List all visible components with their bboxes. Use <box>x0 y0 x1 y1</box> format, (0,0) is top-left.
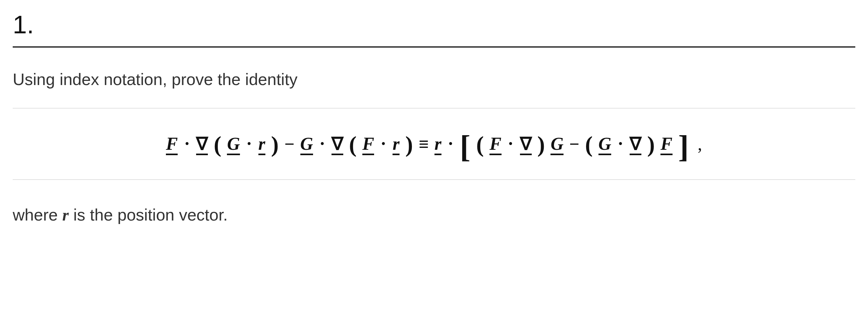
nabla: ∇ <box>630 133 641 154</box>
nabla: ∇ <box>332 133 343 154</box>
dot-operator: · <box>380 133 387 153</box>
open-paren: ( <box>349 131 356 158</box>
vector-F: F <box>660 134 672 154</box>
vector-F: F <box>490 134 501 154</box>
dot-operator: · <box>183 133 190 153</box>
dot-operator: · <box>319 133 326 153</box>
vector-G: G <box>598 134 611 154</box>
vector-r: r <box>393 134 400 154</box>
open-paren: ( <box>585 131 593 158</box>
vector-G: G <box>551 134 563 154</box>
trailer-pre: where <box>13 206 62 224</box>
vector-G: G <box>300 134 313 154</box>
vector-r-inline: r <box>62 206 69 224</box>
vector-G: G <box>227 134 240 154</box>
open-paren: ( <box>476 131 484 158</box>
problem-prompt: Using index notation, prove the identity <box>13 70 855 89</box>
equation-block: F · ∇ ( G · r ) − G · ∇ ( F · r ) ≡ r · … <box>13 108 855 180</box>
heading-rule <box>13 46 855 47</box>
dot-operator: · <box>246 133 253 153</box>
vector-r: r <box>434 134 441 154</box>
page: 1. Using index notation, prove the ident… <box>0 0 868 317</box>
close-paren: ) <box>647 131 655 158</box>
problem-number: 1. <box>13 12 855 37</box>
equiv: ≡ <box>418 134 429 154</box>
dot-operator: · <box>447 133 454 153</box>
comma: , <box>698 134 702 154</box>
close-paren: ) <box>537 131 545 158</box>
minus: − <box>569 134 580 154</box>
minus: − <box>284 134 294 154</box>
equation: F · ∇ ( G · r ) − G · ∇ ( F · r ) ≡ r · … <box>166 131 702 157</box>
vector-F: F <box>166 134 178 154</box>
vector-r: r <box>258 134 266 154</box>
dot-operator: · <box>617 133 624 153</box>
open-paren: ( <box>214 131 221 158</box>
nabla: ∇ <box>196 133 208 154</box>
vector-F: F <box>362 134 374 154</box>
trailer-post: is the position vector. <box>69 206 227 224</box>
close-paren: ) <box>405 131 413 158</box>
dot-operator: · <box>507 133 514 153</box>
nabla: ∇ <box>520 133 532 154</box>
problem-trailer: where r is the position vector. <box>13 205 855 224</box>
close-paren: ) <box>271 131 279 158</box>
